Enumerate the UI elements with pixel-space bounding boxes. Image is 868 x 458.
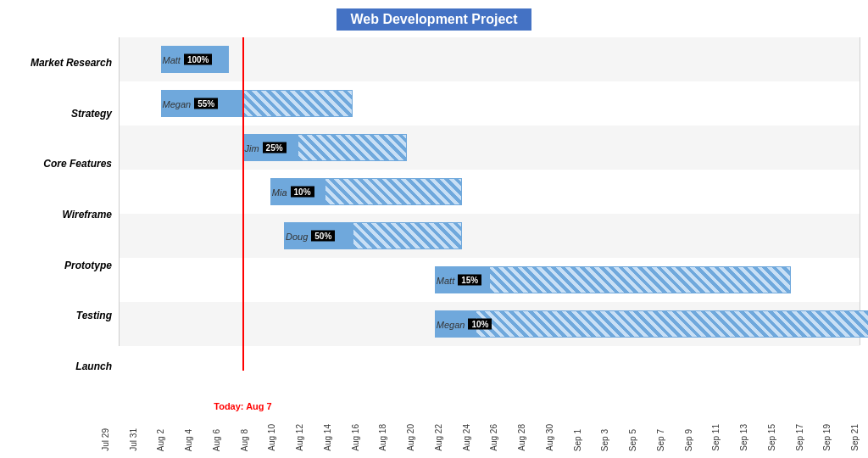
bar-wrapper-5: Matt15% — [435, 266, 791, 293]
x-tick-16: Aug 30 — [544, 424, 554, 451]
assignee-4: Doug — [286, 231, 308, 241]
x-tick-18: Sep 3 — [600, 429, 609, 451]
bar-label-2: Jim25% — [244, 142, 286, 154]
bar-row-0: Matt100% — [120, 37, 860, 81]
bar-label-3: Mia10% — [272, 187, 314, 198]
chart-body: Today: Aug 7 Matt100%Megan55%Jim25%Mia10… — [119, 37, 860, 346]
pct-badge-4: 50% — [311, 231, 335, 242]
pct-badge-1: 55% — [194, 98, 218, 109]
assignee-1: Megan — [163, 98, 192, 109]
x-tick-23: Sep 13 — [739, 424, 748, 451]
pct-badge-5: 15% — [458, 275, 481, 286]
x-tick-7: Aug 12 — [295, 424, 304, 451]
row-labels: Market ResearchStrategyCore FeaturesWire… — [8, 37, 119, 394]
pct-badge-0: 100% — [184, 54, 213, 65]
x-tick-13: Aug 24 — [461, 424, 470, 451]
x-tick-0: Jul 29 — [101, 428, 110, 451]
assignee-3: Mia — [272, 187, 287, 197]
pct-badge-2: 25% — [263, 142, 287, 154]
row-label-5: Testing — [8, 293, 119, 338]
x-tick-9: Aug 16 — [350, 424, 359, 451]
bar-row-5: Matt15% — [120, 258, 860, 302]
row-label-0: Market Research — [8, 41, 119, 85]
bar-row-6: Megan10% — [120, 302, 860, 346]
row-label-3: Wireframe — [8, 193, 119, 237]
assignee-5: Matt — [437, 275, 454, 285]
assignee-2: Jim — [244, 142, 259, 153]
bar-wrapper-3: Mia10% — [270, 178, 462, 205]
chart-container: Web Development Project Market ResearchS… — [0, 0, 868, 458]
bar-wrapper-6: Megan10% — [435, 310, 868, 338]
x-tick-2: Aug 2 — [156, 429, 165, 451]
bar-label-4: Doug50% — [286, 231, 335, 242]
x-tick-1: Jul 31 — [128, 428, 137, 451]
x-tick-25: Sep 17 — [794, 424, 804, 451]
x-tick-14: Aug 26 — [489, 424, 498, 451]
x-tick-20: Sep 7 — [655, 429, 665, 451]
gantt-area: Market ResearchStrategyCore FeaturesWire… — [8, 37, 860, 394]
x-tick-21: Sep 9 — [683, 429, 693, 451]
bar-row-4: Doug50% — [120, 214, 860, 258]
x-tick-15: Aug 28 — [517, 424, 526, 451]
x-tick-8: Aug 14 — [322, 424, 331, 451]
bar-wrapper-1: Megan55% — [161, 90, 353, 117]
x-tick-17: Sep 1 — [572, 429, 581, 451]
x-tick-10: Aug 18 — [378, 424, 387, 451]
assignee-0: Matt — [163, 54, 181, 64]
bar-label-0: Matt100% — [163, 54, 213, 65]
x-tick-27: Sep 21 — [850, 424, 860, 451]
x-tick-4: Aug 6 — [211, 429, 220, 451]
bar-row-1: Megan55% — [120, 81, 860, 126]
bar-wrapper-0: Matt100% — [161, 46, 230, 73]
bar-label-6: Megan10% — [437, 319, 492, 330]
title-text: Web Development Project — [337, 8, 531, 31]
row-label-2: Core Features — [8, 142, 119, 186]
grid-line-27 — [860, 37, 860, 345]
x-tick-3: Aug 4 — [184, 429, 193, 451]
pct-badge-6: 10% — [468, 319, 492, 330]
assignee-6: Megan — [437, 319, 465, 329]
x-tick-26: Sep 19 — [822, 424, 832, 451]
x-tick-12: Aug 22 — [433, 424, 442, 451]
x-tick-5: Aug 8 — [239, 429, 248, 451]
x-tick-24: Sep 15 — [766, 424, 776, 451]
bar-label-5: Matt15% — [437, 275, 481, 286]
bar-wrapper-4: Doug50% — [284, 222, 462, 249]
chart-title: Web Development Project — [8, 8, 860, 31]
x-tick-6: Aug 10 — [267, 424, 276, 451]
bar-row-2: Jim25% — [120, 126, 860, 170]
pct-badge-3: 10% — [291, 187, 314, 198]
bar-label-1: Megan55% — [163, 98, 219, 109]
bar-wrapper-2: Jim25% — [242, 134, 407, 161]
bar-row-3: Mia10% — [120, 170, 860, 214]
x-tick-11: Aug 20 — [406, 424, 415, 451]
row-label-6: Launch — [8, 344, 119, 388]
row-label-1: Strategy — [8, 92, 119, 136]
row-label-4: Prototype — [8, 243, 119, 288]
x-tick-22: Sep 11 — [711, 424, 721, 451]
x-tick-19: Sep 5 — [628, 429, 637, 451]
today-label: Today: Aug 7 — [214, 401, 271, 411]
